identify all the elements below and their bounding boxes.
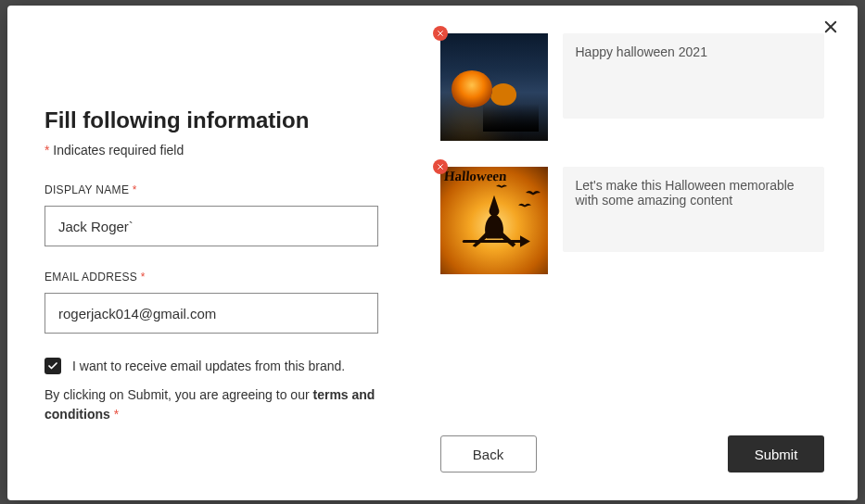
email-updates-checkbox-row: I want to receive email updates from thi… [45,358,387,374]
preview-caption[interactable]: Let's make this Halloween memorable with… [563,167,825,252]
bat-icon [518,202,531,208]
display-name-input[interactable] [45,206,378,246]
action-button-row: Back Submit [440,417,825,472]
preview-panel: Happy halloween 2021 Halloween [433,6,859,500]
email-updates-label: I want to receive email updates from thi… [72,359,345,373]
bat-icon [526,189,541,196]
form-title: Fill following information [45,107,387,133]
preview-thumbnail: Halloween [440,167,548,274]
thumbnail-overlay-text: Halloween [443,169,507,184]
email-updates-checkbox[interactable] [45,358,61,374]
required-indicator-note: * Indicates required field [45,143,387,158]
preview-item: Happy halloween 2021 [440,33,825,141]
back-button[interactable]: Back [440,435,537,472]
asterisk-icon: * [133,183,137,196]
submit-button[interactable]: Submit [728,435,824,472]
terms-text: By clicking on Submit, you are agreeing … [45,385,387,424]
submission-modal: Fill following information * Indicates r… [7,6,858,500]
preview-thumbnail [440,33,548,141]
remove-preview-icon[interactable] [433,26,448,41]
preview-caption[interactable]: Happy halloween 2021 [563,33,825,119]
svg-rect-7 [462,240,525,243]
remove-preview-icon[interactable] [433,159,448,174]
preview-item: Halloween Let's make this Hal [440,167,825,274]
witch-silhouette-icon [457,188,531,253]
bat-icon [496,183,507,189]
email-address-label: EMAIL ADDRESS * [45,271,387,284]
display-name-label: DISPLAY NAME * [45,183,387,196]
asterisk-icon: * [141,271,146,284]
email-address-input[interactable] [45,293,378,334]
form-panel: Fill following information * Indicates r… [7,6,433,500]
